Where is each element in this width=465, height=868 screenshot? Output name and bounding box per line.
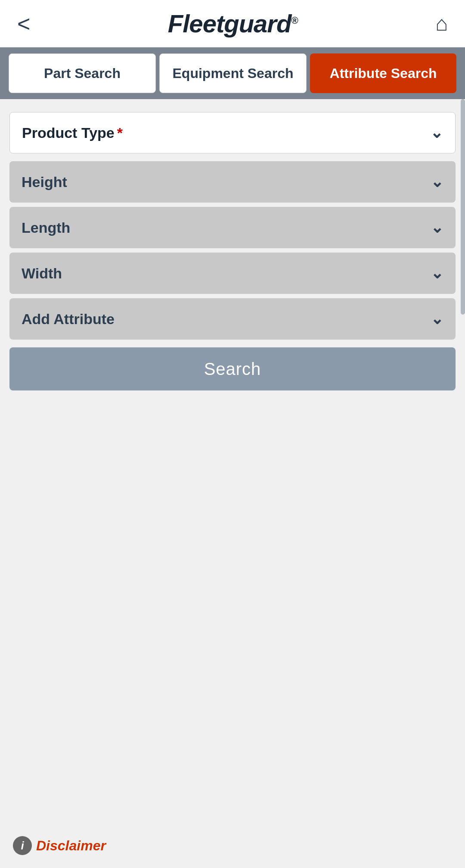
product-type-label: Product Type (22, 125, 115, 141)
add-attribute-chevron-icon: ⌄ (431, 310, 443, 328)
height-chevron-icon: ⌄ (431, 173, 443, 191)
required-star: * (117, 125, 123, 141)
home-button[interactable]: ⌂ (435, 12, 448, 35)
tab-attribute-search-label: Attribute Search (330, 66, 437, 81)
logo-registered: ® (291, 15, 298, 26)
add-attribute-dropdown[interactable]: Add Attribute ⌄ (9, 298, 456, 340)
tab-bar: Part Search Equipment Search Attribute S… (0, 47, 465, 99)
width-chevron-icon: ⌄ (431, 264, 443, 282)
width-dropdown[interactable]: Width ⌄ (9, 253, 456, 294)
height-label: Height (22, 174, 67, 190)
footer-disclaimer[interactable]: i Disclaimer (13, 836, 106, 855)
length-label: Length (22, 219, 70, 236)
tab-part-search[interactable]: Part Search (9, 53, 156, 93)
main-content: Product Type * ⌄ Height ⌄ Length ⌄ Width… (0, 99, 465, 403)
app-header: < Fleetguard® ⌂ (0, 0, 465, 47)
tab-attribute-search[interactable]: Attribute Search (310, 53, 456, 93)
app-logo: Fleetguard® (168, 9, 298, 38)
height-dropdown[interactable]: Height ⌄ (9, 161, 456, 203)
length-dropdown[interactable]: Length ⌄ (9, 207, 456, 248)
add-attribute-label: Add Attribute (22, 311, 115, 328)
length-chevron-icon: ⌄ (431, 219, 443, 237)
info-icon: i (13, 836, 32, 855)
disclaimer-label: Disclaimer (36, 838, 106, 854)
product-type-label-group: Product Type * (22, 125, 123, 141)
tab-equipment-search-label: Equipment Search (173, 66, 294, 81)
search-button[interactable]: Search (9, 347, 456, 390)
product-type-chevron-icon: ⌄ (430, 124, 443, 142)
width-label: Width (22, 265, 62, 282)
tab-part-search-label: Part Search (44, 66, 121, 81)
scrollbar[interactable] (461, 99, 465, 315)
back-button[interactable]: < (17, 12, 30, 35)
product-type-dropdown[interactable]: Product Type * ⌄ (9, 112, 456, 153)
tab-equipment-search[interactable]: Equipment Search (159, 53, 307, 93)
